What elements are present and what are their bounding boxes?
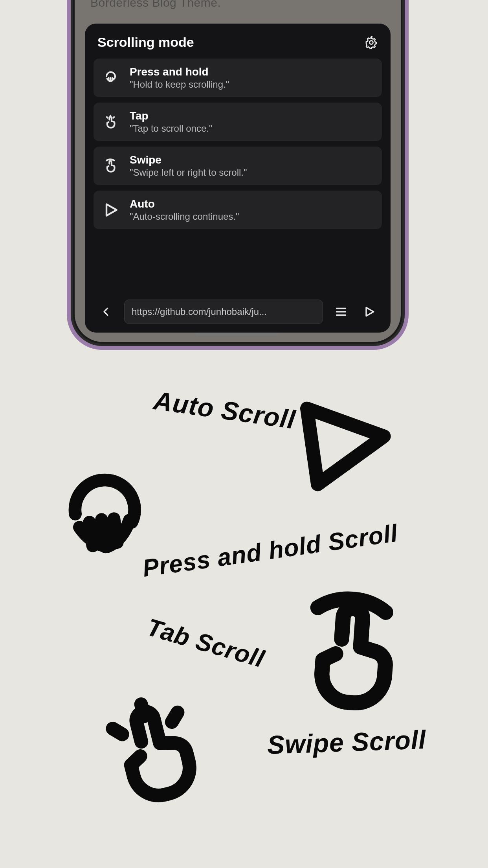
play-button[interactable]: [359, 302, 380, 322]
scrolling-mode-panel: Scrolling mode: [85, 24, 391, 333]
mode-tap[interactable]: Tap "Tap to scroll once.": [94, 103, 382, 141]
panel-title: Scrolling mode: [97, 35, 194, 50]
mode-title: Tap: [130, 110, 212, 122]
play-icon: [102, 201, 119, 219]
svg-point-0: [369, 40, 373, 44]
mode-swipe[interactable]: Swipe "Swipe left or right to scroll.": [94, 147, 382, 185]
play-icon: [284, 384, 400, 500]
mode-auto[interactable]: Auto "Auto-scrolling continues.": [94, 191, 382, 229]
mode-list: Press and hold "Hold to keep scrolling."…: [94, 59, 382, 290]
menu-button[interactable]: [331, 302, 351, 322]
phone-frame: Borderless Blog Theme. Scrolling mode: [67, 0, 409, 350]
back-button[interactable]: [96, 302, 116, 322]
label-auto-scroll: Auto Scroll: [152, 385, 297, 435]
tap-icon: [82, 677, 225, 820]
mode-title: Auto: [130, 198, 239, 210]
mode-title: Swipe: [130, 154, 247, 166]
press-hold-icon: [44, 457, 168, 581]
label-swipe-scroll: Swipe Scroll: [267, 725, 427, 760]
press-hold-icon: [102, 69, 119, 86]
label-press-scroll: Press and hold Scroll: [141, 519, 399, 582]
label-tab-scroll: Tab Scroll: [144, 613, 268, 673]
home-indicator: [196, 333, 279, 336]
mode-desc: "Auto-scrolling continues.": [130, 211, 239, 222]
swipe-icon: [283, 581, 421, 720]
gear-icon[interactable]: [365, 36, 378, 49]
swipe-icon: [102, 157, 119, 175]
mode-desc: "Hold to keep scrolling.": [130, 79, 229, 90]
panel-header: Scrolling mode: [94, 35, 382, 59]
url-bar[interactable]: https://github.com/junhobaik/ju...: [124, 300, 323, 324]
mode-desc: "Swipe left or right to scroll.": [130, 167, 247, 178]
tap-icon: [102, 113, 119, 131]
mode-desc: "Tap to scroll once.": [130, 123, 212, 134]
bottom-toolbar: https://github.com/junhobaik/ju...: [94, 300, 382, 324]
mode-press-hold[interactable]: Press and hold "Hold to keep scrolling.": [94, 59, 382, 97]
mode-title: Press and hold: [130, 66, 229, 78]
phone-screen: Borderless Blog Theme. Scrolling mode: [75, 0, 401, 342]
